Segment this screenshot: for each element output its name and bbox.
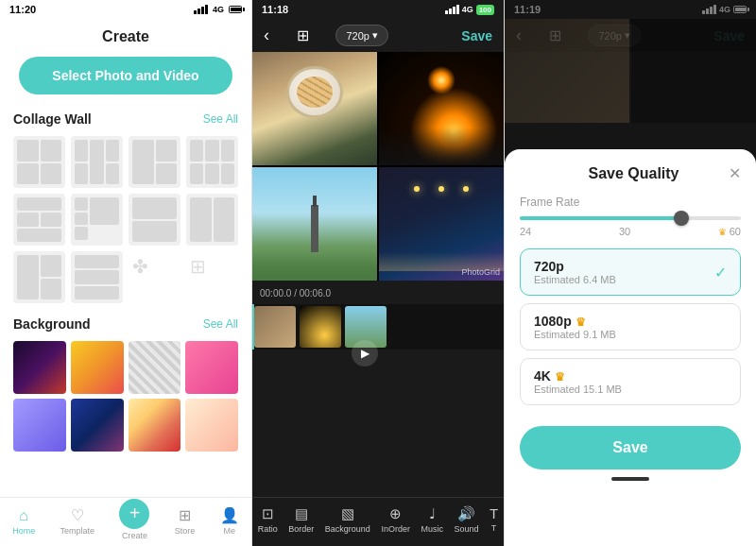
tool-label-inorder: InOrder xyxy=(381,524,410,534)
modal-header: Save Quality ✕ xyxy=(520,164,741,182)
timeline-time: 00:00.0 / 00:06.0 xyxy=(252,286,504,300)
slider-fill xyxy=(520,216,681,220)
layers-icon[interactable]: ⊞ xyxy=(297,26,309,44)
panel-editor: 11:18 4G 100 ‹ ⊞ 720p ▾ Save xyxy=(252,0,505,546)
timeline-track[interactable] xyxy=(252,304,504,350)
collage-item[interactable] xyxy=(186,194,238,246)
text-icon: T xyxy=(490,505,498,521)
tool-label-music: Music xyxy=(421,524,443,534)
play-button[interactable]: ▶ xyxy=(352,340,378,367)
collage-item[interactable]: ✤ xyxy=(129,251,180,303)
tool-label-ratio: Ratio xyxy=(258,524,278,534)
quality-selector[interactable]: 720p ▾ xyxy=(335,25,387,46)
collage-item[interactable] xyxy=(71,194,123,246)
collage-item[interactable] xyxy=(13,194,65,246)
collage-item[interactable]: ⊞ xyxy=(186,251,238,303)
modal-close-button[interactable]: ✕ xyxy=(729,164,741,182)
tool-music[interactable]: ♩ Music xyxy=(421,505,443,537)
bg-item[interactable] xyxy=(185,399,238,452)
nav-item-store[interactable]: ⊞ Store xyxy=(175,506,196,536)
bg-item[interactable] xyxy=(13,341,66,394)
collage-item[interactable] xyxy=(13,251,65,303)
bg-item[interactable] xyxy=(185,341,238,394)
crown-1080p-icon: ♛ xyxy=(576,316,586,329)
collage-section-header: Collage Wall See All xyxy=(0,106,251,132)
grid-icon: ⊞ xyxy=(190,255,206,278)
option-720p-subtitle: Estimated 6.4 MB xyxy=(534,274,616,285)
home-icon: ⌂ xyxy=(19,507,28,524)
collage-item[interactable] xyxy=(71,251,123,303)
quality-options: 720p Estimated 6.4 MB ✓ 1080p ♛ Estimate… xyxy=(520,248,741,405)
bg-item[interactable] xyxy=(129,341,181,394)
bottom-nav: ⌂ Home ♡ Template + Create ⊞ Store 👤 Me xyxy=(0,497,251,546)
page-title-1: Create xyxy=(0,19,251,53)
tool-label-sound: Sound xyxy=(454,524,478,534)
option-4k-subtitle: Estimated 15.1 MB xyxy=(534,384,622,395)
heart-icon: ♡ xyxy=(71,506,84,524)
collage-grid: ✤ ⊞ xyxy=(0,132,251,311)
background-section-title: Background xyxy=(13,316,91,332)
bg-item[interactable] xyxy=(71,399,124,452)
tool-background[interactable]: ▧ Background xyxy=(325,505,370,537)
collage-item[interactable] xyxy=(129,136,180,188)
signal-icon-1 xyxy=(194,5,208,14)
panel-save-quality: 11:19 4G ‹ ⊞ 720p ▾ Save Save Quality ✕ xyxy=(505,0,756,546)
option-1080p-title: 1080p ♛ xyxy=(534,314,616,329)
quality-option-1080p[interactable]: 1080p ♛ Estimated 9.1 MB xyxy=(520,303,741,350)
create-plus-icon: + xyxy=(119,499,149,529)
tool-border[interactable]: ▤ Border xyxy=(288,505,314,537)
status-bar-2: 11:18 4G 100 xyxy=(252,0,504,19)
option-1080p-subtitle: Estimated 9.1 MB xyxy=(534,329,616,340)
modal-title: Save Quality xyxy=(539,165,729,182)
background-grid xyxy=(0,337,251,455)
slider-thumb[interactable] xyxy=(674,211,689,226)
quality-option-4k[interactable]: 4K ♛ Estimated 15.1 MB xyxy=(520,358,741,405)
nav-item-template[interactable]: ♡ Template xyxy=(60,506,95,536)
time-2: 11:18 xyxy=(262,4,288,15)
nav-item-me[interactable]: 👤 Me xyxy=(220,506,239,536)
tool-ratio[interactable]: ⊡ Ratio xyxy=(258,505,278,537)
media-cell-tower xyxy=(252,167,377,281)
tool-sound[interactable]: 🔊 Sound xyxy=(454,505,478,537)
collage-item[interactable] xyxy=(186,136,238,188)
frame-rate-label: Frame Rate xyxy=(520,196,741,209)
nav-item-create[interactable]: + Create xyxy=(119,503,149,540)
editor-toolbar: ⊡ Ratio ▤ Border ▧ Background ⊕ InOrder … xyxy=(252,497,504,546)
bg-item[interactable] xyxy=(129,399,181,452)
media-cell-stadium: PhotoGrid xyxy=(379,167,504,281)
slider-max-label: ♛ 60 xyxy=(718,226,741,237)
bg-item[interactable] xyxy=(71,341,124,394)
frame-rate-slider[interactable] xyxy=(520,216,741,220)
modal-save-button[interactable]: Save xyxy=(520,426,741,469)
save-button-2[interactable]: Save xyxy=(461,28,492,43)
tool-label-bg: Background xyxy=(325,524,370,534)
watermark-label: PhotoGrid xyxy=(461,267,500,277)
select-photo-video-button[interactable]: Select Photo and Video xyxy=(19,57,232,94)
background-see-all-link[interactable]: See All xyxy=(203,317,238,331)
collage-item[interactable] xyxy=(71,136,123,188)
option-720p-left: 720p Estimated 6.4 MB xyxy=(534,259,616,285)
tool-text[interactable]: T T xyxy=(490,505,498,537)
battery-icon-1 xyxy=(229,6,242,13)
dim-overlay xyxy=(505,0,756,161)
option-720p-check: ✓ xyxy=(714,264,727,282)
collage-see-all-link[interactable]: See All xyxy=(203,112,238,126)
tool-label-text: T xyxy=(491,523,497,533)
network-badge-1: 4G xyxy=(211,5,226,14)
nav-item-home[interactable]: ⌂ Home xyxy=(12,507,35,536)
quality-option-720p[interactable]: 720p Estimated 6.4 MB ✓ xyxy=(520,248,741,296)
tool-label-border: Border xyxy=(288,524,314,534)
timeline-thumb-2 xyxy=(300,306,341,348)
slider-track xyxy=(520,216,741,220)
bg-item[interactable] xyxy=(13,399,66,452)
timeline: 00:00.0 / 00:06.0 ▶ xyxy=(252,281,504,389)
collage-item[interactable] xyxy=(129,194,180,246)
back-button[interactable]: ‹ xyxy=(264,26,269,45)
sound-icon: 🔊 xyxy=(457,505,475,522)
collage-item[interactable] xyxy=(13,136,65,188)
signal-icon-2 xyxy=(445,5,459,14)
status-icons-2: 4G 100 xyxy=(445,5,494,15)
tool-inorder[interactable]: ⊕ InOrder xyxy=(381,505,410,537)
option-720p-title: 720p xyxy=(534,259,616,274)
puzzle-icon: ✤ xyxy=(132,255,148,278)
